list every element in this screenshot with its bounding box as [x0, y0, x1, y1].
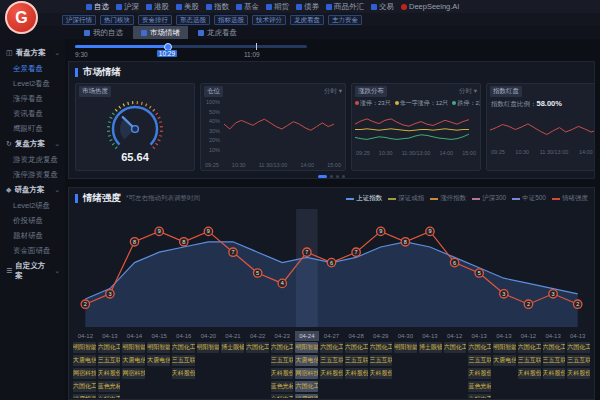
time-slider-track[interactable] [75, 45, 307, 48]
legend-entry[interactable]: 沪深300 [472, 194, 506, 203]
view-tab[interactable]: 我的自选 [76, 26, 131, 39]
topbar-menu-item[interactable]: DeepSeeing.AI [401, 2, 459, 11]
stock-cell[interactable]: 大唐电信 [147, 355, 170, 366]
stock-cell[interactable]: 天科股份 [271, 368, 294, 379]
date-cell[interactable]: 04-12 [73, 331, 98, 341]
stock-cell[interactable]: 明阳智能 [73, 342, 96, 353]
date-cell[interactable]: 04-30 [393, 331, 418, 341]
topbar-menu-item[interactable]: 交易 [371, 2, 394, 12]
stock-cell[interactable]: 博士眼镜 [221, 342, 244, 353]
date-cell[interactable]: 04-21 [221, 331, 246, 341]
stock-cell[interactable]: 三五互联 [468, 355, 491, 366]
brand-logo-icon[interactable]: G [5, 1, 38, 34]
stock-cell[interactable]: 蓝色光标 [271, 381, 294, 392]
stock-cell[interactable]: 天科股份 [370, 368, 393, 379]
topbar-menu-item[interactable]: 自选 [86, 2, 109, 12]
date-cell[interactable]: 04-13 [541, 331, 566, 341]
stock-cell[interactable]: 六国化工 [468, 342, 491, 353]
view-tab[interactable]: 市场情绪 [133, 26, 188, 39]
stock-cell[interactable]: 六国化工 [345, 342, 368, 353]
stock-cell[interactable]: 六国化工 [567, 342, 590, 353]
topbar-menu-item[interactable]: 指数 [206, 2, 229, 12]
stock-cell[interactable]: 六国化工 [518, 342, 541, 353]
sidebar-item[interactable]: 涨停看盘 [0, 91, 65, 106]
stock-cell[interactable]: 六国化工 [543, 342, 566, 353]
stock-cell[interactable]: 金杯电工 [98, 394, 121, 398]
stock-cell[interactable]: 三五互联 [567, 355, 590, 366]
topbar-menu-item[interactable]: 沪深 [116, 2, 139, 12]
stock-cell[interactable]: 网宿科技 [122, 368, 145, 379]
date-cell[interactable]: 04-12 [516, 331, 541, 341]
date-cell[interactable]: 04-15 [147, 331, 172, 341]
stock-cell[interactable]: 三五互联 [518, 355, 541, 366]
updown-period-dropdown[interactable]: 分时 ▾ [459, 87, 477, 96]
stock-cell[interactable]: 博士眼镜 [419, 342, 442, 353]
stock-cell[interactable]: 天科股份 [468, 368, 491, 379]
position-period-dropdown[interactable]: 分时 ▾ [324, 87, 342, 96]
date-cell[interactable]: 04-13 [418, 331, 443, 341]
carousel-dot[interactable] [336, 175, 339, 178]
toolbar-button[interactable]: 龙虎看盘 [290, 15, 324, 25]
date-cell[interactable]: 04-20 [196, 331, 221, 341]
sidebar-item[interactable]: Level2研盘 [0, 198, 65, 213]
stock-cell[interactable]: 三五互联 [543, 355, 566, 366]
date-cell[interactable]: 04-14 [122, 331, 147, 341]
sidebar-item[interactable]: 资金面研盘 [0, 243, 65, 258]
stock-cell[interactable]: 明阳智能 [493, 342, 516, 353]
sidebar-item[interactable]: 资讯看盘 [0, 106, 65, 121]
sidebar-item[interactable]: 全景看盘 [0, 61, 65, 76]
sidebar-section-header[interactable]: ☰自定义方案⌄ [0, 258, 65, 284]
stock-cell[interactable]: 三五互联 [172, 355, 195, 366]
date-cell[interactable]: 04-12 [442, 331, 467, 341]
date-cell[interactable]: 04-13 [492, 331, 517, 341]
stock-cell[interactable]: 天科股份 [567, 368, 590, 379]
sidebar-item[interactable]: 题材研盘 [0, 228, 65, 243]
date-cell[interactable]: 04-22 [245, 331, 270, 341]
legend-entry[interactable]: 情绪强度 [552, 194, 588, 203]
stock-cell[interactable]: 天科股份 [518, 368, 541, 379]
sidebar-item[interactable]: 涨停游资复盘 [0, 167, 65, 182]
stock-cell[interactable]: 大唐电信 [122, 355, 145, 366]
stock-cell[interactable]: 六国化工 [246, 342, 269, 353]
stock-cell[interactable]: 明阳智能 [394, 342, 417, 353]
legend-entry[interactable]: 涨停指数 [430, 194, 466, 203]
stock-cell[interactable]: 六国化工 [320, 342, 343, 353]
topbar-menu-item[interactable]: 债券 [296, 2, 319, 12]
carousel-dot[interactable] [318, 175, 327, 178]
sidebar-item[interactable]: 价投研盘 [0, 213, 65, 228]
toolbar-button[interactable]: 沪深行情 [62, 15, 96, 25]
stock-cell[interactable]: 网宿科技 [295, 368, 318, 379]
date-cell[interactable]: 04-13 [565, 331, 590, 341]
view-tab[interactable]: 龙虎看盘 [190, 26, 245, 39]
legend-entry[interactable]: 深证成指 [388, 194, 424, 203]
sidebar-item[interactable]: 鹰眼盯盘 [0, 121, 65, 136]
legend-entry[interactable]: 中证500 [512, 194, 546, 203]
stock-cell[interactable]: 天科股份 [345, 368, 368, 379]
date-cell[interactable]: 04-13 [98, 331, 123, 341]
stock-cell[interactable]: 三五互联 [98, 355, 121, 366]
stock-cell[interactable]: 六国化工 [172, 342, 195, 353]
stock-cell[interactable]: 蓝色光标 [468, 381, 491, 392]
toolbar-button[interactable]: 资金排行 [138, 15, 172, 25]
stock-cell[interactable]: 天科股份 [98, 368, 121, 379]
topbar-menu-item[interactable]: 港股 [146, 2, 169, 12]
sidebar-item[interactable]: Level2看盘 [0, 76, 65, 91]
stock-cell[interactable]: 蓝色光标 [98, 381, 121, 392]
stock-cell[interactable]: 网宿科技 [73, 368, 96, 379]
stock-cell[interactable]: 天科股份 [320, 368, 343, 379]
stock-cell[interactable]: 三五互联 [271, 355, 294, 366]
stock-cell[interactable]: 六国化工 [73, 381, 96, 392]
topbar-menu-item[interactable]: 期货 [266, 2, 289, 12]
toolbar-button[interactable]: 热门板块 [100, 15, 134, 25]
toolbar-button[interactable]: 技术评分 [252, 15, 286, 25]
stock-cell[interactable]: 六国化工 [370, 342, 393, 353]
stock-cell[interactable]: 大唐电信 [295, 355, 318, 366]
date-cell[interactable]: 04-16 [171, 331, 196, 341]
sidebar-section-header[interactable]: ◫看盘方案⌄ [0, 45, 65, 61]
date-cell[interactable]: 04-13 [467, 331, 492, 341]
stock-cell[interactable]: 三五互联 [370, 355, 393, 366]
stock-cell[interactable]: 六国化工 [98, 342, 121, 353]
stock-cell[interactable]: 六国化工 [444, 342, 467, 353]
stock-cell[interactable]: 三五互联 [345, 355, 368, 366]
stock-cell[interactable]: 大唐电信 [493, 355, 516, 366]
